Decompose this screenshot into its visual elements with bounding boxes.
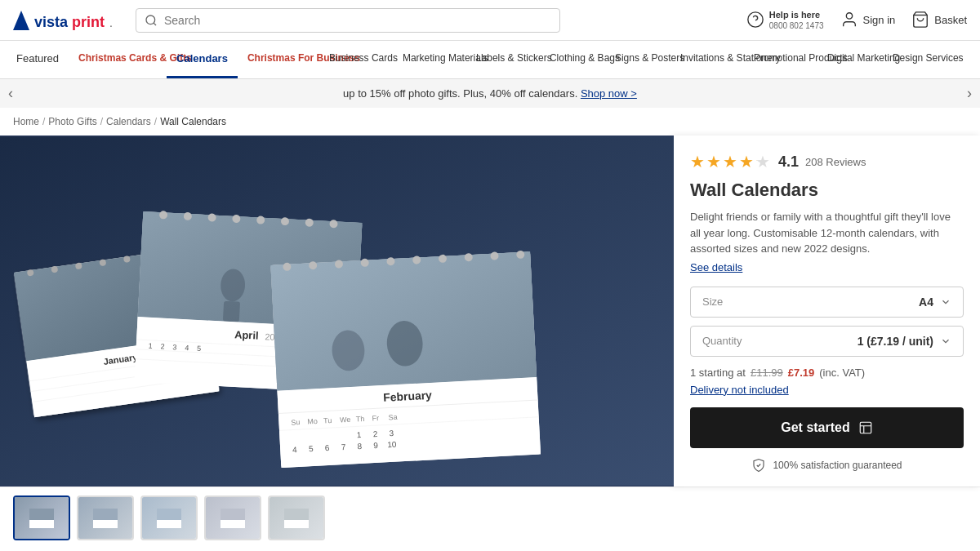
banner-next-button[interactable]: ›	[967, 85, 972, 102]
svg-marker-0	[13, 11, 29, 30]
logo[interactable]: vista print .	[13, 7, 119, 33]
price-sale: £7.19	[788, 367, 815, 379]
basket-action[interactable]: Basket	[911, 11, 967, 29]
nav-item-calendars[interactable]: Calendars	[167, 41, 238, 78]
size-value-row: A4	[919, 295, 951, 309]
thumbnail-5[interactable]	[268, 495, 325, 540]
breadcrumb-home[interactable]: Home	[13, 116, 39, 127]
guarantee-icon	[751, 458, 766, 473]
svg-point-4	[146, 16, 155, 24]
star-5-half: ★ ★	[755, 152, 772, 171]
svg-text:Mo: Mo	[307, 417, 318, 426]
svg-text:10: 10	[387, 440, 397, 450]
cta-label: Get started	[781, 420, 849, 435]
basket-icon	[911, 11, 929, 29]
nav-item-marketing[interactable]: Marketing Materials	[393, 41, 466, 78]
svg-text:Fr: Fr	[372, 414, 379, 422]
svg-rect-86	[860, 422, 871, 433]
help-text: Help is here 0800 802 1473	[769, 9, 824, 31]
star-2: ★	[706, 152, 721, 171]
svg-text:5: 5	[309, 444, 314, 453]
size-chevron-icon	[940, 296, 951, 308]
user-icon	[840, 11, 858, 29]
svg-text:4: 4	[292, 445, 298, 454]
svg-text:2: 2	[160, 342, 165, 350]
nav-item-christmas-cards[interactable]: Christmas Cards & Gifts	[69, 41, 167, 78]
thumbnail-3[interactable]	[140, 495, 198, 540]
nav-item-labels[interactable]: Labels & Stickers	[466, 41, 540, 78]
delivery-link[interactable]: Delivery not included	[690, 384, 789, 396]
nav-item-featured[interactable]: Featured	[7, 41, 69, 78]
svg-text:.: .	[109, 16, 113, 29]
help-main-label: Help is here	[769, 9, 824, 20]
nav-item-signs[interactable]: Signs & Posters	[605, 41, 670, 78]
svg-text:7: 7	[341, 442, 346, 451]
signin-label[interactable]: Sign in	[863, 14, 896, 26]
thumbnails-row	[0, 487, 980, 549]
banner-cta-link[interactable]: Shop now >	[581, 87, 637, 100]
nav-item-business-cards[interactable]: Business Cards	[319, 41, 393, 78]
nav-item-christmas-for-business[interactable]: Christmas For Business	[238, 41, 319, 78]
svg-text:4: 4	[185, 344, 189, 352]
nav-item-digital[interactable]: Digital Marketing	[817, 41, 883, 78]
svg-rect-90	[93, 520, 118, 528]
breadcrumb-sep-1: /	[42, 116, 45, 127]
main-nav: Featured Christmas Cards & Gifts Calenda…	[0, 41, 980, 79]
breadcrumb-sep-2: /	[100, 116, 103, 127]
banner-prev-button[interactable]: ‹	[8, 85, 13, 102]
banner-text: up to 15% off photo gifts. Plus, 40% off…	[343, 87, 577, 100]
product-panel: ★ ★ ★ ★ ★ ★ 4.1 208 Reviews Wall Calenda…	[674, 136, 980, 487]
breadcrumb-calendars[interactable]: Calendars	[106, 116, 151, 127]
search-input[interactable]	[164, 14, 551, 27]
quantity-dropdown[interactable]: Quantity 1 (£7.19 / unit)	[690, 326, 964, 357]
search-bar[interactable]	[136, 8, 560, 33]
star-3: ★	[723, 152, 737, 171]
breadcrumb-sep-3: /	[154, 116, 157, 127]
promo-banner: ‹ up to 15% off photo gifts. Plus, 40% o…	[0, 79, 980, 108]
nav-item-design[interactable]: Design Services	[883, 41, 948, 78]
size-label: Size	[702, 295, 723, 308]
svg-text:vista: vista	[34, 14, 69, 30]
size-dropdown[interactable]: Size A4	[690, 287, 964, 318]
quantity-chevron-icon	[940, 335, 951, 347]
quantity-value-row: 1 (£7.19 / unit)	[858, 335, 951, 348]
get-started-button[interactable]: Get started	[690, 407, 964, 448]
search-icon	[145, 14, 158, 27]
help-icon	[746, 11, 764, 29]
product-title: Wall Calendars	[690, 180, 964, 201]
see-details-link[interactable]: See details	[690, 261, 742, 273]
help-action[interactable]: Help is here 0800 802 1473	[746, 9, 824, 31]
quantity-value: 1 (£7.19 / unit)	[858, 335, 933, 348]
product-description: Delight friends or family with a thought…	[690, 209, 964, 257]
thumbnail-2[interactable]	[77, 495, 134, 540]
svg-text:print: print	[72, 14, 105, 30]
header-actions: Help is here 0800 802 1473 Sign in Baske…	[746, 9, 967, 31]
thumbnail-1[interactable]	[13, 495, 70, 540]
nav-item-invitations[interactable]: Invitations & Stationery	[670, 41, 744, 78]
nav-item-promotional[interactable]: Promotional Products	[744, 41, 817, 78]
svg-text:Th: Th	[356, 415, 365, 424]
size-value: A4	[919, 295, 933, 309]
svg-text:3: 3	[389, 429, 394, 438]
svg-text:Tu: Tu	[323, 416, 332, 425]
svg-text:We: We	[340, 415, 351, 424]
svg-rect-92	[157, 520, 181, 528]
svg-rect-88	[29, 520, 54, 528]
guarantee-text: 100% satisfaction guaranteed	[773, 460, 902, 471]
svg-text:6: 6	[325, 443, 331, 452]
price-row: 1 starting at £11.99 £7.19 (inc. VAT) De…	[690, 367, 964, 396]
thumbnail-4[interactable]	[204, 495, 261, 540]
product-image-area: January	[0, 136, 674, 487]
stars: ★ ★ ★ ★ ★ ★	[690, 152, 772, 171]
svg-text:2: 2	[372, 429, 378, 438]
breadcrumb-photo-gifts[interactable]: Photo Gifts	[48, 116, 96, 127]
svg-text:1: 1	[357, 430, 363, 439]
nav-item-clothing[interactable]: Clothing & Bags	[540, 41, 605, 78]
svg-text:5: 5	[197, 344, 202, 353]
header: vista print . Help is here 0800 802 1473…	[0, 0, 980, 41]
guarantee-row: 100% satisfaction guaranteed	[690, 458, 964, 473]
help-phone: 0800 802 1473	[769, 20, 824, 31]
svg-text:3: 3	[172, 343, 177, 351]
signin-action[interactable]: Sign in	[840, 11, 896, 29]
quantity-label: Quantity	[702, 335, 742, 347]
